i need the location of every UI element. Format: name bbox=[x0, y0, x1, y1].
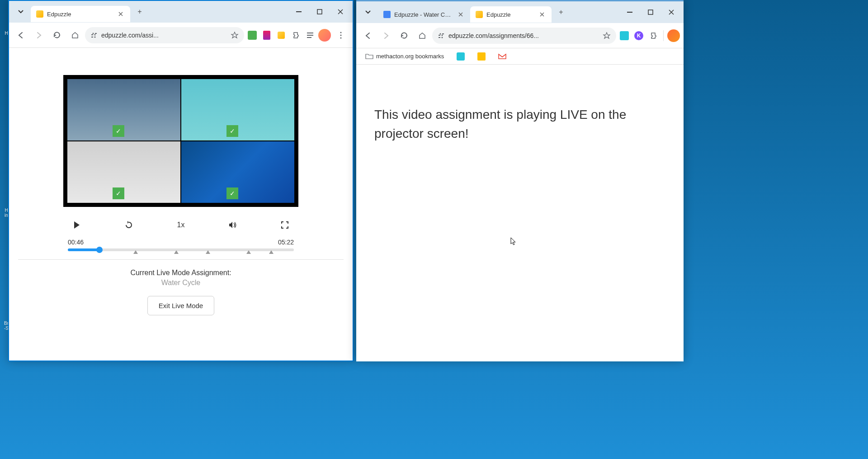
extension-icon[interactable] bbox=[275, 29, 288, 42]
arrow-right-icon bbox=[35, 31, 43, 39]
new-tab-button[interactable]: + bbox=[554, 5, 568, 19]
tab-close-button[interactable] bbox=[457, 10, 465, 19]
chrome-menu-button[interactable] bbox=[333, 27, 349, 43]
tab-close-button[interactable] bbox=[538, 10, 546, 19]
bookmark-item[interactable] bbox=[495, 52, 510, 61]
profile-avatar[interactable] bbox=[667, 29, 680, 42]
svg-point-7 bbox=[94, 36, 96, 37]
video-player[interactable]: ✓ ✓ ✓ ✓ bbox=[63, 75, 298, 207]
speed-button[interactable]: 1x bbox=[172, 216, 190, 234]
page-content: This video assignment is playing LIVE on… bbox=[356, 65, 684, 361]
minimize-icon bbox=[627, 12, 632, 13]
replay-icon bbox=[124, 220, 133, 230]
extension-icon[interactable] bbox=[260, 29, 273, 42]
minimize-button[interactable] bbox=[619, 3, 640, 21]
back-button[interactable] bbox=[360, 28, 376, 44]
chevron-down-icon bbox=[365, 10, 371, 14]
fullscreen-button[interactable] bbox=[276, 216, 294, 234]
back-button[interactable] bbox=[13, 27, 29, 43]
address-bar[interactable]: edpuzzle.com/assi... bbox=[85, 27, 244, 43]
tab-search-button[interactable] bbox=[361, 5, 375, 19]
home-button[interactable] bbox=[67, 27, 83, 43]
extensions-menu-button[interactable] bbox=[289, 29, 302, 42]
extensions-menu-button[interactable] bbox=[647, 29, 660, 42]
home-icon bbox=[418, 32, 426, 40]
star-icon[interactable] bbox=[231, 31, 239, 39]
maximize-icon bbox=[317, 9, 322, 14]
svg-rect-4 bbox=[91, 37, 93, 37]
volume-button[interactable] bbox=[224, 216, 242, 234]
maximize-icon bbox=[648, 9, 653, 15]
new-tab-button[interactable]: + bbox=[133, 5, 146, 19]
close-window-button[interactable] bbox=[661, 3, 682, 21]
tab-water-cycle[interactable]: Edpuzzle - Water Cycle bbox=[378, 6, 470, 23]
cursor-icon bbox=[510, 237, 517, 246]
tab-search-button[interactable] bbox=[14, 5, 28, 19]
url-text: edpuzzle.com/assi... bbox=[101, 32, 227, 39]
edpuzzle-favicon-icon bbox=[36, 10, 43, 18]
reload-button[interactable] bbox=[396, 28, 412, 44]
svg-point-5 bbox=[94, 34, 96, 35]
assignment-label: Current Live Mode Assignment: bbox=[27, 269, 335, 277]
maximize-button[interactable] bbox=[309, 3, 330, 21]
profile-avatar[interactable] bbox=[318, 29, 331, 42]
replay-button[interactable] bbox=[120, 216, 138, 234]
minimize-button[interactable] bbox=[288, 3, 309, 21]
tab-close-button[interactable] bbox=[117, 10, 125, 18]
forward-button[interactable] bbox=[378, 28, 394, 44]
close-window-button[interactable] bbox=[330, 3, 351, 21]
reading-list-button[interactable] bbox=[304, 29, 316, 42]
checkmark-icon: ✓ bbox=[113, 187, 124, 199]
total-time: 05:22 bbox=[278, 239, 294, 246]
close-icon bbox=[338, 9, 343, 14]
puzzle-icon bbox=[649, 32, 657, 40]
tab-edpuzzle[interactable]: Edpuzzle bbox=[31, 6, 130, 22]
close-icon bbox=[669, 9, 674, 15]
url-text: edpuzzle.com/assignments/66... bbox=[448, 32, 599, 39]
address-bar[interactable]: edpuzzle.com/assignments/66... bbox=[432, 28, 616, 44]
timeline-marker[interactable] bbox=[133, 250, 138, 254]
timeline-marker[interactable] bbox=[174, 250, 179, 254]
timeline-marker[interactable] bbox=[246, 250, 251, 254]
video-controls: 1x bbox=[63, 207, 298, 239]
timeline-marker[interactable] bbox=[269, 250, 274, 254]
svg-rect-18 bbox=[439, 37, 440, 38]
site-settings-icon[interactable] bbox=[438, 32, 445, 39]
edpuzzle-favicon-icon bbox=[476, 11, 483, 18]
play-button[interactable] bbox=[68, 216, 86, 234]
gmail-icon bbox=[498, 53, 506, 60]
extension-icon[interactable]: K bbox=[632, 29, 645, 42]
svg-rect-8 bbox=[307, 33, 313, 33]
bookmarks-bar: methacton.org bookmarks bbox=[356, 48, 684, 65]
video-quadrant-lake: ✓ bbox=[67, 79, 180, 141]
extension-icon[interactable] bbox=[246, 29, 259, 42]
svg-point-11 bbox=[340, 32, 342, 33]
svg-rect-3 bbox=[95, 33, 97, 34]
forward-button[interactable] bbox=[31, 27, 47, 43]
bookmark-item[interactable] bbox=[453, 51, 468, 62]
checkmark-icon: ✓ bbox=[113, 125, 124, 137]
classroom-favicon-icon bbox=[383, 11, 391, 18]
site-settings-icon[interactable] bbox=[90, 32, 98, 39]
star-icon[interactable] bbox=[603, 32, 611, 40]
home-icon bbox=[71, 31, 79, 39]
folder-icon bbox=[365, 53, 373, 60]
extension-icon[interactable] bbox=[618, 29, 631, 42]
close-icon bbox=[458, 12, 463, 17]
live-message: This video assignment is playing LIVE on… bbox=[374, 105, 665, 143]
bookmark-item[interactable] bbox=[474, 51, 489, 62]
svg-point-21 bbox=[442, 37, 443, 38]
reload-button[interactable] bbox=[49, 27, 65, 43]
exit-live-mode-button[interactable]: Exit Live Mode bbox=[147, 296, 214, 315]
svg-rect-0 bbox=[296, 11, 302, 12]
close-icon bbox=[540, 12, 544, 17]
timeline-marker[interactable] bbox=[206, 250, 210, 254]
page-content: ✓ ✓ ✓ ✓ 1x bbox=[9, 48, 353, 361]
video-quadrant-ocean: ✓ bbox=[181, 141, 294, 203]
tab-edpuzzle[interactable]: Edpuzzle bbox=[470, 6, 552, 23]
toolbar: edpuzzle.com/assignments/66... K bbox=[356, 23, 684, 48]
bookmark-folder[interactable]: methacton.org bookmarks bbox=[362, 51, 448, 61]
video-quadrant-glass: ✓ bbox=[67, 141, 180, 203]
home-button[interactable] bbox=[414, 28, 430, 44]
maximize-button[interactable] bbox=[640, 3, 661, 21]
